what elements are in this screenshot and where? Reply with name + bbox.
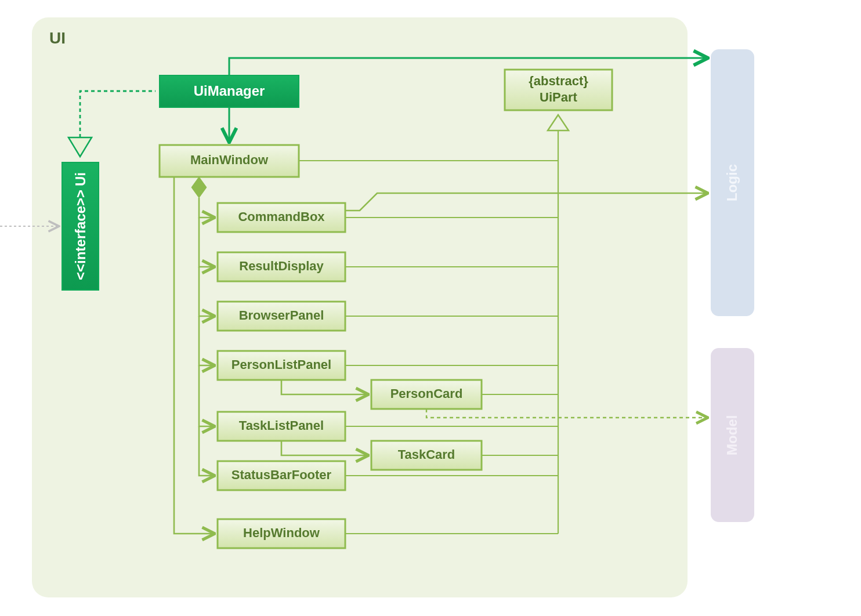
mainwindow-box xyxy=(160,145,299,177)
uipart-box xyxy=(505,70,612,110)
ui-package-label: UI xyxy=(49,29,66,48)
logic-box xyxy=(711,49,754,316)
tasklistpanel-box xyxy=(218,412,345,441)
resultdisplay-box xyxy=(218,252,345,281)
browserpanel-box xyxy=(218,302,345,331)
personlistpanel-box xyxy=(218,351,345,380)
taskcard-box xyxy=(371,441,482,470)
model-box xyxy=(711,348,754,522)
ui-interface-box xyxy=(62,162,99,290)
diagram-svg xyxy=(0,0,861,616)
uml-class-diagram: UI <<interface>> Ui UiManager {abstract}… xyxy=(0,0,861,616)
statusbarfooter-box xyxy=(218,461,345,490)
commandbox-box xyxy=(218,203,345,232)
uimanager-box xyxy=(160,75,299,107)
personcard-box xyxy=(371,380,482,409)
helpwindow-box xyxy=(218,519,345,548)
